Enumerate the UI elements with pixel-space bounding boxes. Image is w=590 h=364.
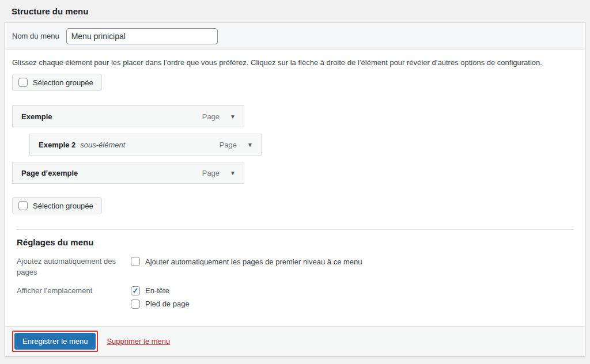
- auto-add-pages-checkbox[interactable]: [131, 257, 140, 266]
- menu-name-label: Nom du menu: [12, 32, 59, 40]
- menu-item-right: Page▼: [202, 112, 236, 121]
- menu-item-right: Page▼: [202, 169, 236, 177]
- menu-item-title: Exemple 2: [39, 141, 75, 149]
- menu-item[interactable]: ExemplePage▼: [12, 105, 244, 127]
- display-location-field: En-têtePied de page: [131, 286, 190, 313]
- auto-add-pages-option[interactable]: Ajouter automatiquement les pages de pre…: [131, 257, 362, 266]
- bulk-select-label: Sélection groupée: [33, 202, 93, 210]
- auto-add-pages-label: Ajoutez automatiquement des pages: [17, 256, 122, 278]
- bulk-select-checkbox-bottom[interactable]: [18, 201, 28, 210]
- display-location-option-label: Pied de page: [145, 299, 190, 308]
- save-button-annotation-box: Enregistrer le menu: [12, 331, 98, 352]
- panel-footer: Enregistrer le menu Supprimer le menu: [5, 326, 585, 356]
- bulk-select-toggle-bottom[interactable]: Sélection groupée: [12, 197, 102, 214]
- auto-add-pages-row: Ajoutez automatiquement des pages Ajoute…: [12, 256, 578, 278]
- bulk-select-label: Sélection groupée: [33, 78, 93, 87]
- bulk-select-checkbox-top[interactable]: [18, 78, 28, 87]
- menu-item-right: Page▼: [220, 141, 253, 149]
- page: Structure du menu Nom du menu Glissez ch…: [0, 0, 590, 357]
- display-location-row: Afficher l’emplacement En-têtePied de pa…: [12, 286, 578, 313]
- display-location-option-label: En-tête: [145, 286, 169, 295]
- menu-item[interactable]: Page d’exemplePage▼: [12, 162, 244, 184]
- menu-item-type-label: Page: [202, 169, 220, 177]
- chevron-down-icon[interactable]: ▼: [230, 113, 236, 120]
- checked-checkbox[interactable]: [131, 286, 140, 295]
- auto-add-pages-field: Ajouter automatiquement les pages de pre…: [131, 256, 362, 278]
- menu-item-type-label: Page: [202, 112, 220, 121]
- menu-structure-body: Glissez chaque élément pour les placer d…: [5, 58, 585, 313]
- menu-item-sub-label: sous-élément: [80, 141, 125, 149]
- menu-name-row: Nom du menu: [5, 22, 585, 50]
- menu-item-title: Page d’exemple: [21, 169, 78, 177]
- instructions-text: Glissez chaque élément pour les placer d…: [12, 58, 578, 67]
- display-location-label: Afficher l’emplacement: [17, 286, 122, 313]
- menu-name-input[interactable]: [66, 28, 218, 44]
- bulk-select-toggle-top[interactable]: Sélection groupée: [12, 74, 102, 91]
- chevron-down-icon[interactable]: ▼: [247, 142, 253, 148]
- menu-settings-heading: Réglages du menu: [12, 230, 578, 256]
- menu-item[interactable]: Exemple 2sous-élémentPage▼: [29, 134, 262, 156]
- unchecked-checkbox[interactable]: [131, 299, 140, 309]
- delete-menu-link[interactable]: Supprimer le menu: [107, 337, 170, 346]
- display-location-option[interactable]: Pied de page: [131, 299, 190, 309]
- menu-items-list: ExemplePage▼Exemple 2sous-élémentPage▼Pa…: [12, 105, 578, 184]
- menu-item-type-label: Page: [220, 141, 237, 149]
- page-title: Structure du menu: [5, 0, 585, 22]
- menu-editor-panel: Nom du menu Glissez chaque élément pour …: [5, 22, 585, 357]
- display-location-option[interactable]: En-tête: [131, 286, 190, 295]
- chevron-down-icon[interactable]: ▼: [230, 170, 236, 176]
- menu-item-title: Exemple: [21, 112, 52, 121]
- save-menu-button[interactable]: Enregistrer le menu: [14, 333, 96, 350]
- auto-add-pages-option-label: Ajouter automatiquement les pages de pre…: [145, 257, 362, 266]
